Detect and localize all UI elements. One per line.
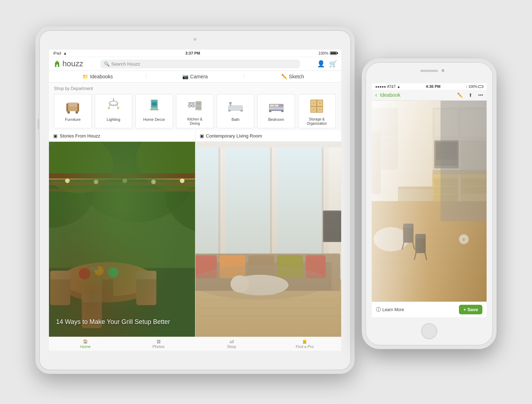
ipad-status-right: 100% (318, 51, 337, 55)
living-room-bg (195, 142, 342, 337)
ipad-main-content: ▣ Stories From Houzz (49, 130, 341, 337)
learn-more-button[interactable]: ⓘ Learn More (376, 307, 404, 313)
ideabooks-toolbar-item[interactable]: 📁 Ideabooks (49, 74, 146, 79)
dept-furniture[interactable]: Furniture (54, 94, 92, 128)
svg-rect-130 (434, 195, 457, 201)
iphone-nav-back-label[interactable]: Ideabook (380, 92, 400, 98)
svg-point-54 (79, 142, 194, 222)
svg-rect-60 (49, 173, 195, 179)
svg-rect-101 (195, 257, 340, 291)
shop-tab-icon: 🛋 (230, 340, 234, 344)
dept-bedroom[interactable]: Bedroom (257, 94, 295, 128)
svg-point-67 (151, 180, 156, 184)
svg-rect-4 (66, 103, 68, 112)
svg-rect-120 (460, 109, 486, 137)
ideabook-icon: 📁 (82, 74, 88, 79)
svg-rect-3 (76, 111, 78, 114)
iphone-rotation-icon: ↑ (466, 85, 467, 89)
svg-rect-85 (195, 142, 342, 337)
dept-bath[interactable]: Bath (217, 94, 255, 128)
svg-rect-121 (434, 140, 459, 168)
svg-rect-2 (68, 111, 70, 114)
ipad-nav-icons: 👤 🛒 (317, 60, 337, 68)
svg-point-160 (459, 234, 469, 244)
ipad-wifi-icon: ▲ (63, 51, 67, 55)
ipad-search-bar[interactable]: 🔍 Search Houzz (100, 60, 300, 68)
svg-rect-52 (49, 142, 195, 268)
svg-point-50 (320, 109, 321, 110)
sketch-icon: ✏️ (281, 74, 287, 79)
stories-icon: ▣ (53, 133, 57, 139)
svg-rect-36 (269, 107, 283, 110)
svg-rect-17 (150, 109, 159, 110)
svg-rect-138 (372, 201, 487, 302)
bedroom-label: Bedroom (268, 117, 284, 122)
iphone-battery-icon (478, 85, 483, 88)
svg-rect-1 (68, 102, 78, 106)
svg-rect-96 (195, 279, 342, 337)
search-placeholder: Search Houzz (111, 61, 140, 67)
svg-line-149 (402, 243, 404, 250)
dept-storage[interactable]: Storage &Organization (298, 94, 336, 128)
svg-rect-95 (195, 142, 342, 147)
houzz-logo[interactable]: houzz (53, 59, 83, 68)
svg-rect-51 (49, 142, 195, 337)
svg-rect-152 (415, 234, 426, 238)
sketch-toolbar-item[interactable]: ✏️ Sketch (244, 74, 341, 79)
profile-icon[interactable]: 👤 (317, 60, 325, 68)
living-room-header: ▣ Contemporary Living Room (195, 130, 342, 142)
svg-point-23 (193, 105, 194, 106)
ipad-battery-icon (330, 51, 337, 55)
save-label: + Save (463, 307, 478, 312)
svg-point-53 (49, 147, 96, 228)
svg-rect-125 (433, 170, 487, 174)
iphone-carrier: AT&T (387, 85, 396, 89)
ipad-tab-findpro[interactable]: 👷 Find a Pro (268, 339, 341, 349)
iphone-share-icon[interactable]: ⬆ (469, 92, 472, 98)
photos-tab-icon: 🖼 (157, 340, 161, 344)
svg-rect-127 (460, 174, 487, 202)
dept-section-label: Shop by Department (54, 86, 336, 91)
ipad-screen: iPad ▲ 3:37 PM 100% houzz (49, 50, 341, 351)
camera-toolbar-item[interactable]: 📷 Camera (146, 74, 244, 79)
svg-line-150 (413, 243, 415, 250)
svg-rect-128 (434, 179, 457, 186)
iphone-more-icon[interactable]: ••• (478, 92, 483, 98)
iphone-status-right: ↑ 100% (466, 85, 483, 89)
bath-icon (227, 98, 244, 114)
svg-point-64 (65, 179, 70, 183)
living-room-section: ▣ Contemporary Living Room (195, 130, 342, 337)
ipad-status-left: iPad ▲ (53, 51, 67, 55)
story-title: 14 Ways to Make Your Grill Setup Better (56, 318, 170, 325)
ipad-tab-photos[interactable]: 🖼 Photos (122, 340, 195, 349)
svg-rect-108 (277, 255, 303, 278)
ipad-tab-shop[interactable]: 🛋 Shop (195, 340, 268, 349)
kitchen-image (184, 96, 205, 116)
dept-lighting[interactable]: Lighting (95, 94, 133, 128)
iphone-back-arrow[interactable]: ‹ (375, 92, 377, 98)
story-overlay: 14 Ways to Make Your Grill Setup Better (56, 318, 188, 326)
dept-kitchen[interactable]: Kitchen &Dining (176, 94, 214, 128)
living-room-image[interactable] (195, 142, 342, 337)
svg-rect-135 (372, 108, 398, 170)
iphone-kitchen-image: $ (372, 101, 487, 302)
ipad-tab-home[interactable]: 🏠 Home (49, 339, 122, 349)
svg-rect-90 (218, 147, 220, 262)
iphone-time: 4:36 PM (426, 84, 440, 89)
svg-rect-86 (195, 147, 220, 262)
photos-tab-label: Photos (153, 344, 165, 349)
story-image[interactable]: 14 Ways to Make Your Grill Setup Better (49, 142, 195, 337)
svg-rect-71 (102, 279, 113, 302)
stories-section: ▣ Stories From Houzz (49, 130, 195, 337)
iphone-screen: ●●●●● AT&T ▲ 4:36 PM ↑ 100% ‹ Ideabook (372, 83, 487, 317)
save-button[interactable]: + Save (459, 305, 482, 314)
iphone-home-button[interactable] (421, 323, 437, 339)
iphone-device: ●●●●● AT&T ▲ 4:36 PM ↑ 100% ‹ Ideabook (362, 58, 497, 349)
dept-homedecor[interactable]: Home Decor (135, 94, 173, 128)
svg-rect-151 (415, 236, 426, 253)
iphone-edit-icon[interactable]: ✏️ (457, 92, 463, 98)
search-icon: 🔍 (104, 61, 110, 67)
findpro-tab-icon: 👷 (302, 339, 307, 344)
cart-icon[interactable]: 🛒 (329, 60, 337, 68)
iphone-signal-dots: ●●●●● (375, 85, 386, 89)
